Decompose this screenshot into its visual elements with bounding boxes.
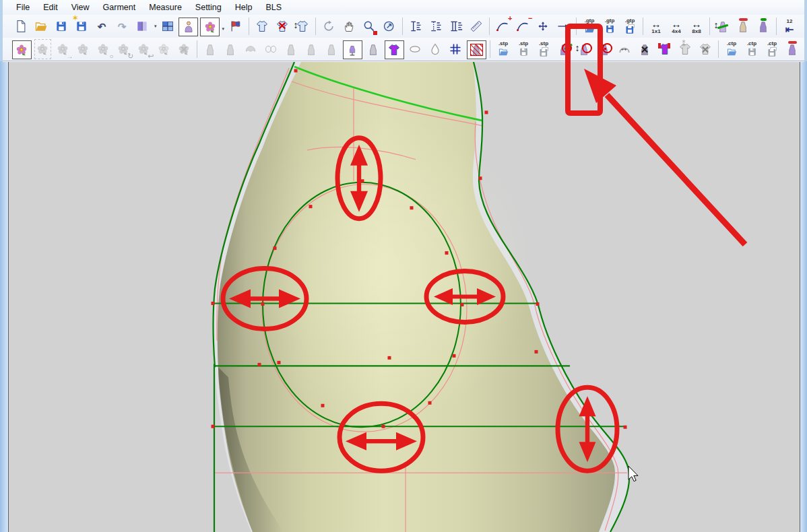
section-grid[interactable] — [447, 38, 465, 60]
adjust-girth[interactable] — [555, 38, 573, 60]
pattern-rotate[interactable]: ↻ — [115, 38, 133, 60]
grid-8x8[interactable]: ↔8x8 — [688, 15, 706, 37]
control-point[interactable] — [428, 401, 432, 405]
garment-purple[interactable] — [385, 40, 404, 59]
control-point[interactable] — [445, 251, 449, 255]
body-model-scene[interactable] — [9, 62, 800, 532]
curve-remove-point[interactable]: − — [514, 15, 532, 37]
zoom-area[interactable] — [360, 15, 379, 37]
body-collar[interactable] — [754, 15, 773, 37]
menu-help[interactable]: Help — [228, 1, 259, 13]
menu-view[interactable]: View — [65, 1, 96, 13]
control-point[interactable] — [294, 69, 298, 72]
section-drop[interactable] — [426, 38, 445, 60]
dropdown-caret-icon[interactable]: ▾ — [222, 26, 224, 32]
size-12[interactable]: 12⇤ — [781, 15, 799, 37]
stp-save[interactable]: .stp — [515, 38, 533, 60]
pattern-cut[interactable] — [34, 38, 52, 60]
control-point[interactable] — [212, 425, 215, 428]
new-file[interactable] — [12, 15, 30, 37]
pattern-ghost[interactable] — [155, 38, 173, 60]
grid-1x1[interactable]: ↔1x1 — [647, 15, 666, 37]
control-point[interactable] — [624, 426, 627, 429]
control-point[interactable] — [388, 356, 391, 360]
ctp-open[interactable]: .ctp — [723, 38, 741, 60]
flag-tool[interactable] — [227, 15, 245, 37]
menu-file[interactable]: File — [9, 1, 36, 13]
show-pattern-window[interactable]: ▾ — [200, 18, 220, 36]
mannequin-stand[interactable] — [343, 40, 362, 59]
control-point[interactable] — [212, 302, 215, 305]
window-layout[interactable] — [158, 15, 176, 37]
point-move[interactable] — [534, 15, 552, 37]
menu-bls[interactable]: BLS — [259, 1, 289, 13]
pan-view[interactable] — [340, 15, 358, 37]
adjust-points[interactable] — [595, 38, 614, 60]
view-presets[interactable]: ▾ — [133, 15, 152, 37]
menu-garment[interactable]: Garment — [96, 1, 143, 13]
control-point[interactable] — [410, 206, 414, 209]
control-point[interactable] — [535, 350, 538, 354]
save-as-file[interactable]: ✶ — [73, 15, 91, 37]
garment-new[interactable] — [253, 15, 271, 37]
control-point[interactable] — [278, 361, 281, 364]
control-point[interactable] — [261, 302, 265, 306]
gtp-save-copy[interactable]: .gtp — [621, 15, 639, 37]
control-point[interactable] — [258, 363, 261, 366]
body-front[interactable] — [201, 38, 220, 60]
control-point[interactable] — [361, 179, 364, 182]
body-hip[interactable] — [323, 38, 341, 60]
zoom-fit[interactable] — [381, 15, 399, 37]
body-arms[interactable] — [222, 38, 240, 60]
control-point[interactable] — [382, 425, 385, 428]
menu-edit[interactable]: Edit — [36, 1, 65, 13]
rotate-view[interactable] — [320, 15, 338, 37]
control-point[interactable] — [309, 205, 313, 208]
control-point[interactable] — [453, 354, 456, 358]
body-marks[interactable] — [783, 38, 802, 60]
adjust-height[interactable]: ↕ — [575, 38, 593, 60]
measure-ruler[interactable] — [467, 15, 486, 37]
girth-arc[interactable]: ↔ — [616, 38, 634, 60]
stp-save-copy[interactable]: .stp — [535, 38, 553, 60]
section-ellipse[interactable] — [406, 38, 424, 60]
grid-4x4[interactable]: ↔4x4 — [668, 15, 686, 37]
control-point[interactable] — [536, 302, 540, 306]
measure-height[interactable] — [407, 15, 425, 37]
body-chest[interactable] — [242, 38, 260, 60]
control-point[interactable] — [321, 404, 325, 407]
body-delete[interactable]: ✕ — [636, 38, 654, 60]
body-back[interactable] — [302, 38, 321, 60]
gtp-save[interactable]: .gtp — [601, 15, 619, 37]
ctp-save-copy[interactable]: .ctp — [763, 38, 781, 60]
menu-measure[interactable]: Measure — [142, 1, 189, 13]
gtp-open[interactable]: .gtp — [581, 15, 599, 37]
garment-delete[interactable]: ✕ — [273, 15, 292, 37]
pattern-select[interactable] — [12, 40, 32, 59]
open-file[interactable] — [32, 15, 51, 37]
pattern-copy[interactable]: → — [54, 38, 72, 60]
stp-open[interactable]: .stp — [494, 38, 513, 60]
undo[interactable]: ↶ — [93, 15, 111, 37]
pattern-zoom[interactable]: ○ — [94, 38, 112, 60]
curve-add-point[interactable]: + — [494, 15, 512, 37]
control-point[interactable] — [273, 246, 277, 250]
body-hatch[interactable] — [467, 40, 486, 59]
menu-setting[interactable]: Setting — [189, 1, 228, 13]
pattern-paste[interactable] — [74, 38, 92, 60]
body-bust[interactable] — [734, 15, 752, 37]
measure-pairs[interactable] — [447, 15, 465, 37]
redo[interactable]: ↷ — [113, 15, 131, 37]
control-point[interactable] — [485, 110, 488, 114]
dropdown-caret-icon[interactable]: ▾ — [154, 24, 157, 29]
point-snap[interactable] — [554, 15, 573, 37]
save-file[interactable] — [53, 15, 71, 37]
body-height[interactable]: ↕ — [714, 15, 732, 37]
garment-measure[interactable]: ↕ — [294, 15, 312, 37]
garment-clear[interactable]: ✕ — [697, 38, 715, 60]
control-point[interactable] — [461, 303, 464, 306]
garment-pin[interactable]: ⁑ — [676, 38, 695, 60]
body-side[interactable] — [282, 38, 300, 60]
body-section[interactable] — [262, 38, 280, 60]
model-viewport[interactable] — [8, 61, 800, 532]
